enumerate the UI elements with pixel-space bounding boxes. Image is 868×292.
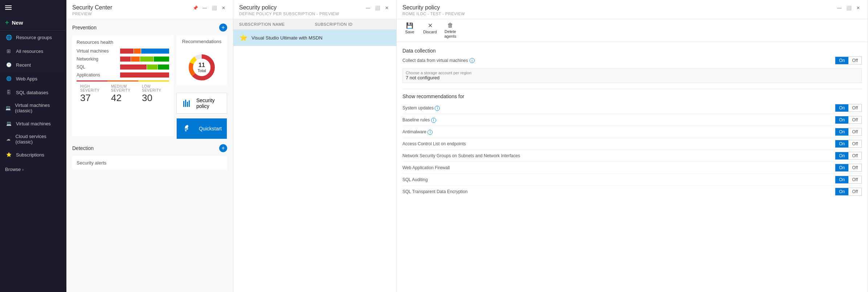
discard-label: Discard	[423, 30, 437, 34]
security-center-controls: 📌 — ⬜ ✕	[192, 4, 227, 12]
maximize-button-3[interactable]: ⬜	[845, 4, 852, 12]
pin-button[interactable]: 📌	[192, 4, 199, 12]
antimalware-on[interactable]: On	[835, 128, 848, 135]
collect-off-button[interactable]: Off	[848, 57, 861, 64]
baseline-rules-off[interactable]: Off	[848, 116, 861, 124]
new-button[interactable]: + New	[0, 15, 66, 30]
hamburger-menu[interactable]	[0, 0, 66, 15]
rec-row-waf: Web Application Firewall On Off	[402, 162, 862, 174]
sidebar-item-all-resources[interactable]: ⊞ All resources	[0, 44, 66, 58]
antimalware-info-icon[interactable]: i	[427, 130, 433, 135]
sidebar-item-resource-groups[interactable]: 🌐 Resource groups	[0, 30, 66, 44]
sidebar-item-vm-classic[interactable]: 💻 Virtual machines (classic)	[0, 99, 66, 117]
resource-applications-label: Applications	[77, 72, 120, 78]
policy-list-content: SUBSCRIPTION NAME SUBSCRIPTION ID ⭐ Visu…	[233, 19, 396, 292]
discard-toolbar-button[interactable]: ✕ Discard	[423, 22, 437, 39]
close-button[interactable]: ✕	[220, 4, 227, 12]
baseline-rules-info-icon[interactable]: i	[431, 118, 436, 123]
sql-auditing-off[interactable]: Off	[848, 176, 861, 183]
system-updates-on[interactable]: On	[835, 104, 848, 112]
col-subscription-name: SUBSCRIPTION NAME	[239, 22, 315, 26]
resource-groups-icon: 🌐	[5, 34, 12, 41]
resources-health-block: Resources health Virtual machines Networ…	[72, 35, 173, 136]
sidebar-item-cloud-services[interactable]: ☁ Cloud services (classic)	[0, 130, 66, 148]
bar-vm-orange	[134, 49, 141, 54]
antimalware-off[interactable]: Off	[848, 128, 861, 135]
collect-data-info-icon[interactable]: i	[470, 58, 475, 63]
close-button-3[interactable]: ✕	[855, 4, 862, 12]
donut-count: 11	[198, 62, 205, 68]
rec-baseline-rules-label: Baseline rules i	[402, 117, 835, 123]
severity-medium: MEDIUM SEVERITY 42	[107, 80, 138, 107]
sidebar-item-label: Virtual machines	[16, 121, 51, 126]
sidebar-item-label: Resource groups	[16, 35, 52, 40]
policy-row-visual-studio[interactable]: ⭐ Visual Studio Ultimate with MSDN	[233, 30, 396, 46]
severity-high: HIGH SEVERITY 37	[77, 80, 107, 107]
sql-tde-on[interactable]: On	[835, 188, 848, 195]
detection-add-button[interactable]: +	[219, 144, 227, 152]
nsg-off[interactable]: Off	[848, 152, 861, 159]
rec-waf-label: Web Application Firewall	[402, 165, 835, 170]
prevention-add-button[interactable]: +	[219, 24, 227, 32]
security-policy-list-title: Security policy	[239, 4, 339, 11]
svg-rect-5	[183, 101, 184, 107]
nsg-toggle: On Off	[835, 152, 862, 160]
security-policy-list-header: Security policy Define policy per subscr…	[233, 0, 396, 19]
delete-agents-toolbar-button[interactable]: 🗑 Deleteagents	[443, 22, 458, 39]
system-updates-off[interactable]: Off	[848, 104, 861, 112]
severity-low-label: LOW SEVERITY	[142, 84, 165, 92]
minimize-button-2[interactable]: —	[364, 4, 372, 12]
security-center-subtitle: PREVIEW	[72, 12, 112, 16]
collect-data-label: Collect data from virtual machines i	[402, 58, 475, 63]
waf-off[interactable]: Off	[848, 164, 861, 171]
severity-medium-count: 42	[111, 92, 135, 104]
sql-tde-off[interactable]: Off	[848, 188, 861, 195]
minimize-button[interactable]: —	[201, 4, 208, 12]
sidebar: + New 🌐 Resource groups ⊞ All resources …	[0, 0, 66, 292]
recent-icon: 🕐	[5, 61, 12, 68]
bar-sql-yellow-green	[147, 64, 157, 70]
sidebar-item-web-apps[interactable]: 🌐 Web Apps	[0, 72, 66, 85]
rec-row-baseline-rules: Baseline rules i On Off	[402, 114, 862, 126]
bar-net-yellow-green	[140, 57, 153, 62]
security-policy-settings-title: Security policy	[402, 4, 465, 11]
quickstart-tile[interactable]: Quickstart	[176, 118, 227, 139]
collect-on-button[interactable]: On	[835, 57, 848, 64]
sql-auditing-on[interactable]: On	[835, 176, 848, 183]
divider-1	[402, 89, 862, 89]
close-button-2[interactable]: ✕	[383, 4, 390, 12]
bar-vm-red	[120, 49, 134, 54]
recommendations-settings-list: System updates i On Off Baseline rules i	[402, 102, 862, 197]
sql-auditing-toggle: On Off	[835, 176, 862, 184]
sidebar-item-recent[interactable]: 🕐 Recent	[0, 58, 66, 72]
system-updates-info-icon[interactable]: i	[435, 106, 440, 111]
discard-icon: ✕	[428, 22, 433, 29]
severity-high-count: 37	[80, 92, 104, 104]
security-policy-tile[interactable]: Security policy	[176, 93, 227, 114]
security-policy-settings-controls: — ⬜ ✕	[836, 4, 862, 12]
all-resources-icon: ⊞	[5, 47, 12, 55]
baseline-rules-on[interactable]: On	[835, 116, 848, 124]
sidebar-item-sql-databases[interactable]: 🗄 SQL databases	[0, 85, 66, 99]
browse-button[interactable]: Browse ›	[0, 163, 66, 176]
maximize-button[interactable]: ⬜	[210, 4, 218, 12]
recommendations-title: Recommendations	[182, 39, 221, 44]
acl-on[interactable]: On	[835, 140, 848, 147]
sidebar-item-vm[interactable]: 💻 Virtual machines	[0, 117, 66, 130]
nsg-on[interactable]: On	[835, 152, 848, 159]
security-alerts-block: Security alerts	[72, 156, 227, 170]
sql-databases-icon: 🗄	[5, 89, 12, 96]
donut-chart: 11 Total	[187, 53, 216, 82]
security-alerts-label: Security alerts	[77, 160, 223, 166]
waf-on[interactable]: On	[835, 164, 848, 171]
security-policy-list-panel: Security policy Define policy per subscr…	[233, 0, 397, 292]
waf-toggle: On Off	[835, 164, 862, 172]
svg-rect-8	[189, 100, 190, 107]
save-toolbar-button[interactable]: 💾 Save	[402, 22, 417, 39]
maximize-button-2[interactable]: ⬜	[374, 4, 381, 12]
acl-off[interactable]: Off	[848, 140, 861, 147]
minimize-button-3[interactable]: —	[836, 4, 843, 12]
sidebar-item-subscriptions[interactable]: ⭐ Subscriptions	[0, 148, 66, 162]
policy-table-header: SUBSCRIPTION NAME SUBSCRIPTION ID	[233, 19, 396, 30]
sidebar-item-label: Recent	[16, 62, 31, 68]
